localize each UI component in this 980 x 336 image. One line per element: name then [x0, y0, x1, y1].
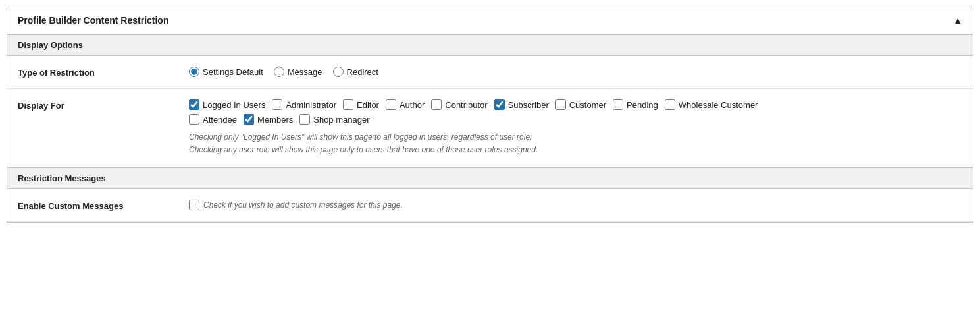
display-for-checkboxes-row1: Logged In Users Administrator Editor Aut…	[189, 99, 962, 110]
panel-title: Profile Builder Content Restriction	[18, 15, 168, 26]
checkbox-administrator[interactable]: Administrator	[272, 99, 336, 110]
checkbox-author-input[interactable]	[386, 99, 396, 110]
panel-toggle-icon[interactable]: ▲	[953, 15, 962, 26]
radio-message-label: Message	[288, 67, 322, 77]
panel-header: Profile Builder Content Restriction ▲	[7, 7, 973, 34]
section-display-options: Display Options	[7, 34, 973, 56]
display-for-label: Display For	[18, 99, 189, 111]
enable-custom-messages-row: Enable Custom Messages Check if you wish…	[7, 189, 973, 222]
enable-custom-messages-checkbox[interactable]	[189, 200, 199, 210]
type-of-restriction-label: Type of Restriction	[18, 67, 189, 78]
enable-custom-messages-label: Enable Custom Messages	[18, 200, 189, 211]
checkbox-author-label: Author	[400, 100, 425, 110]
checkbox-pending-label: Pending	[627, 100, 658, 110]
checkbox-logged-in-users-input[interactable]	[189, 99, 199, 110]
checkbox-customer-input[interactable]	[555, 99, 566, 110]
checkbox-subscriber-input[interactable]	[494, 99, 505, 110]
enable-custom-messages-hint: Check if you wish to add custom messages…	[203, 200, 403, 210]
checkbox-members-label: Members	[257, 115, 293, 125]
checkbox-editor-input[interactable]	[343, 99, 353, 110]
checkbox-attendee-label: Attendee	[203, 115, 237, 125]
checkbox-shop-manager-input[interactable]	[299, 114, 310, 125]
radio-redirect-label: Redirect	[347, 67, 378, 77]
enable-custom-messages-content: Check if you wish to add custom messages…	[189, 200, 962, 210]
type-of-restriction-row: Type of Restriction Settings Default Mes…	[7, 56, 973, 89]
checkbox-attendee-input[interactable]	[189, 114, 199, 125]
checkbox-subscriber[interactable]: Subscriber	[494, 99, 549, 110]
checkbox-administrator-label: Administrator	[286, 100, 336, 110]
checkbox-wholesale-customer-input[interactable]	[665, 99, 675, 110]
radio-settings-default[interactable]: Settings Default	[189, 67, 263, 77]
checkbox-logged-in-users-label: Logged In Users	[203, 100, 265, 110]
checkbox-editor-label: Editor	[357, 100, 379, 110]
checkbox-contributor-label: Contributor	[445, 100, 487, 110]
checkbox-customer[interactable]: Customer	[555, 99, 606, 110]
display-for-hint1: Checking only "Logged In Users" will sho…	[189, 131, 962, 144]
radio-message-input[interactable]	[274, 67, 284, 77]
display-for-hints: Checking only "Logged In Users" will sho…	[189, 131, 962, 156]
display-for-hint2: Checking any user role will show this pa…	[189, 144, 962, 156]
checkbox-pending[interactable]: Pending	[613, 99, 658, 110]
checkbox-customer-label: Customer	[569, 100, 606, 110]
checkbox-shop-manager-label: Shop manager	[313, 115, 369, 125]
checkbox-contributor[interactable]: Contributor	[431, 99, 487, 110]
display-for-content: Logged In Users Administrator Editor Aut…	[189, 99, 962, 156]
checkbox-members-input[interactable]	[244, 114, 254, 125]
radio-settings-default-input[interactable]	[189, 67, 199, 77]
checkbox-shop-manager[interactable]: Shop manager	[299, 114, 369, 125]
checkbox-logged-in-users[interactable]: Logged In Users	[189, 99, 265, 110]
radio-redirect[interactable]: Redirect	[333, 67, 378, 77]
checkbox-editor[interactable]: Editor	[343, 99, 379, 110]
radio-settings-default-label: Settings Default	[203, 67, 263, 77]
checkbox-wholesale-customer-label: Wholesale Customer	[679, 100, 758, 110]
content-restriction-panel: Profile Builder Content Restriction ▲ Di…	[7, 7, 973, 223]
checkbox-author[interactable]: Author	[386, 99, 425, 110]
checkbox-members[interactable]: Members	[244, 114, 293, 125]
radio-message[interactable]: Message	[274, 67, 322, 77]
checkbox-subscriber-label: Subscriber	[508, 100, 549, 110]
checkbox-attendee[interactable]: Attendee	[189, 114, 237, 125]
section-restriction-messages: Restriction Messages	[7, 167, 973, 189]
type-of-restriction-content: Settings Default Message Redirect	[189, 67, 962, 77]
radio-redirect-input[interactable]	[333, 67, 344, 77]
checkbox-contributor-input[interactable]	[431, 99, 442, 110]
display-for-row: Display For Logged In Users Administrato…	[7, 89, 973, 167]
checkbox-wholesale-customer[interactable]: Wholesale Customer	[665, 99, 758, 110]
display-for-checkboxes-row2: Attendee Members Shop manager	[189, 114, 962, 125]
restriction-radio-group: Settings Default Message Redirect	[189, 67, 962, 77]
checkbox-pending-input[interactable]	[613, 99, 623, 110]
checkbox-administrator-input[interactable]	[272, 99, 282, 110]
